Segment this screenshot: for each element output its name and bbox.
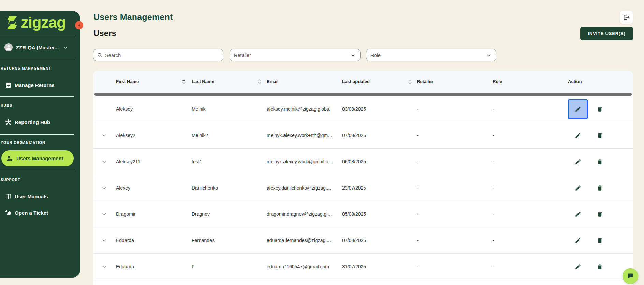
cell-retailer: - <box>417 201 419 227</box>
delete-user-button[interactable] <box>593 204 606 224</box>
cell-retailer: - <box>417 122 419 148</box>
row-expand-chevron[interactable] <box>102 122 107 148</box>
users-table: First NameLast NameEmailLast updatedReta… <box>93 71 633 285</box>
column-header-last-name[interactable]: Last Name <box>192 71 214 93</box>
table-row: Aleksey211test1melnyk.alexey.work@gmail.… <box>93 149 633 175</box>
logout-button[interactable] <box>620 11 633 24</box>
hub-icon <box>5 119 12 126</box>
cell-role: - <box>493 149 494 175</box>
sort-icon[interactable] <box>408 79 412 86</box>
cell-retailer: - <box>417 227 419 253</box>
chevron-down-icon <box>63 45 68 50</box>
row-expand-chevron[interactable] <box>102 201 107 227</box>
cell-last-name: Melnik <box>192 96 205 122</box>
zigzag-logo-icon <box>6 16 18 29</box>
chevron-down-icon <box>351 53 355 58</box>
edit-user-button[interactable] <box>568 230 588 250</box>
sidebar-item-label: Users Management <box>16 155 63 161</box>
page-subtitle: Users <box>93 29 116 38</box>
cell-retailer: - <box>417 254 419 280</box>
account-name: ZZR-QA (Master... <box>16 45 59 50</box>
sort-icon[interactable] <box>182 79 186 86</box>
chevron-down-icon <box>486 53 491 58</box>
account-selector[interactable]: ZZR-QA (Master... <box>4 43 68 52</box>
cell-email: eduarda.fernandes@zigzag.... <box>267 227 331 253</box>
cell-first-name: Eduarda <box>116 227 134 253</box>
edit-user-button[interactable] <box>568 257 588 276</box>
divider <box>0 170 74 170</box>
row-expand-chevron[interactable] <box>102 227 107 253</box>
cell-email: eduarda1160547@gmail.com <box>267 254 329 280</box>
sort-icon[interactable] <box>258 79 262 86</box>
user-gear-icon <box>6 155 13 162</box>
page-title: Users Management <box>93 12 173 22</box>
logo-text: zigzag <box>21 14 66 31</box>
horizontal-scrollbar[interactable] <box>94 93 632 96</box>
search-placeholder: Search <box>105 52 121 58</box>
sidebar-collapse-button[interactable] <box>75 21 83 29</box>
ticket-icon <box>5 209 12 216</box>
cell-role: - <box>493 122 494 148</box>
delete-user-button[interactable] <box>593 99 606 119</box>
sidebar-item-reporting-hub[interactable]: Reporting Hub <box>5 118 50 126</box>
cell-last-updated: 03/08/2025 <box>342 96 366 122</box>
avatar <box>4 43 13 51</box>
sidebar-section-label: RETURNS MANAGEMENT <box>1 66 51 71</box>
divider <box>0 134 74 135</box>
sidebar-item-open-a-ticket[interactable]: Open a Ticket <box>5 208 48 217</box>
delete-user-button[interactable] <box>593 257 606 276</box>
sidebar-item-label: Reporting Hub <box>15 119 50 125</box>
edit-user-button[interactable] <box>568 125 588 145</box>
cell-last-updated: 31/07/2025 <box>342 254 366 280</box>
edit-user-button[interactable] <box>568 99 588 119</box>
logo: zigzag <box>6 14 66 31</box>
delete-user-button[interactable] <box>593 178 606 198</box>
sidebar-item-users-management[interactable]: Users Management <box>1 150 74 166</box>
table-row: DragomirDragnevdragomir.dragnev@zigzag.g… <box>93 201 633 227</box>
cell-last-name: Dragnev <box>192 201 210 227</box>
row-expand-chevron[interactable] <box>102 175 107 201</box>
sidebar-item-label: Open a Ticket <box>15 210 48 216</box>
cell-last-name: test1 <box>192 149 202 175</box>
cell-email: alexey.danilchenko@zigzag.... <box>267 175 331 201</box>
cell-first-name: Eduarda <box>116 254 134 280</box>
retailer-select[interactable]: Retailer <box>230 49 361 61</box>
role-select[interactable]: Role <box>366 49 496 61</box>
delete-user-button[interactable] <box>593 125 606 145</box>
column-header-last-updated[interactable]: Last updated <box>342 71 370 93</box>
cell-role: - <box>493 254 494 280</box>
cell-role: - <box>493 227 494 253</box>
chat-widget-button[interactable] <box>623 268 638 284</box>
cell-last-name: Danilchenko <box>192 175 218 201</box>
column-header-retailer: Retailer <box>417 71 433 93</box>
edit-user-button[interactable] <box>568 204 588 224</box>
cell-retailer: - <box>417 175 419 201</box>
invite-users-button[interactable]: INVITE USER(S) <box>580 27 633 40</box>
delete-user-button[interactable] <box>593 230 606 250</box>
table-row: AlexeyDanilchenkoalexey.danilchenko@zigz… <box>93 175 633 201</box>
table-header: First NameLast NameEmailLast updatedReta… <box>93 71 633 93</box>
sidebar-item-label: Manage Returns <box>15 82 55 88</box>
cell-email: melnyk.alexey.work+rth@gm... <box>267 122 332 148</box>
retailer-select-label: Retailer <box>234 52 251 58</box>
sidebar-section-label: HUBS <box>1 103 12 108</box>
cell-last-updated: 06/08/2025 <box>342 149 366 175</box>
edit-user-button[interactable] <box>568 152 588 171</box>
sidebar-item-label: User Manuals <box>15 194 48 199</box>
role-select-label: Role <box>370 52 381 58</box>
row-expand-chevron[interactable] <box>102 149 107 175</box>
sidebar-item-user-manuals[interactable]: User Manuals <box>5 192 48 201</box>
row-expand-chevron[interactable] <box>102 254 107 280</box>
column-header-first-name[interactable]: First Name <box>116 71 139 93</box>
cell-role: - <box>493 201 494 227</box>
sidebar-item-manage-returns[interactable]: Manage Returns <box>5 80 55 89</box>
cell-email: aleksey.melnik@zigzag.global <box>267 96 331 122</box>
sidebar: zigzag ZZR-QA (Master... RETURNS MANAGEM… <box>0 11 80 278</box>
search-input[interactable]: Search <box>93 49 223 61</box>
cell-last-name: F <box>192 254 195 280</box>
table-row: Aleksey2Melnik2melnyk.alexey.work+rth@gm… <box>93 122 633 149</box>
delete-user-button[interactable] <box>593 152 606 171</box>
cell-retailer: - <box>417 96 419 122</box>
divider <box>0 96 74 97</box>
edit-user-button[interactable] <box>568 178 588 198</box>
